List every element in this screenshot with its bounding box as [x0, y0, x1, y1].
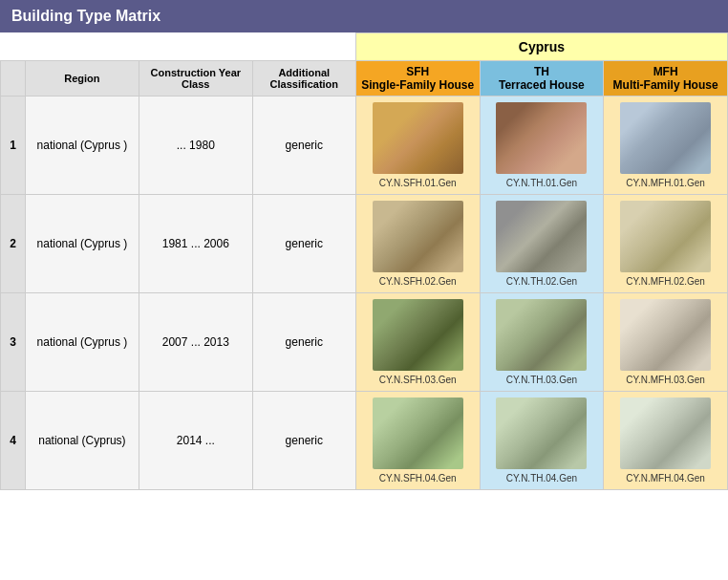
row-number: 4	[1, 392, 26, 490]
region-cell: national (Cyprus )	[25, 195, 139, 293]
th-cell[interactable]: CY.N.TH.04.Gen	[480, 392, 604, 490]
region-header: Region	[25, 61, 139, 97]
row-number: 3	[1, 293, 26, 392]
mfh-code: CY.N.MFH.01.Gen	[608, 178, 723, 188]
sfh-cell[interactable]: CY.N.SFH.02.Gen	[355, 195, 480, 293]
mfh-code: CY.N.MFH.03.Gen	[608, 375, 723, 385]
sfh-code: CY.N.SFH.01.Gen	[360, 178, 476, 188]
th-header: TH Terraced House	[480, 61, 604, 97]
year-cell: 1981 ... 2006	[139, 195, 252, 293]
additional-cell: generic	[252, 97, 355, 195]
year-cell: 2014 ...	[139, 392, 252, 490]
th-cell[interactable]: CY.N.TH.01.Gen	[480, 97, 604, 195]
mfh-code: CY.N.MFH.02.Gen	[608, 276, 723, 287]
row-number: 2	[1, 195, 26, 293]
year-cell: ... 1980	[139, 97, 252, 195]
th-code: CY.N.TH.03.Gen	[484, 375, 600, 385]
additional-cell: generic	[252, 392, 355, 490]
sfh-code: CY.N.SFH.03.Gen	[360, 375, 476, 385]
mfh-cell[interactable]: CY.N.MFH.01.Gen	[604, 97, 728, 195]
additional-header: Additional Classification	[252, 61, 355, 97]
th-code: CY.N.TH.02.Gen	[484, 276, 600, 287]
sfh-image[interactable]	[373, 102, 463, 174]
th-cell[interactable]: CY.N.TH.02.Gen	[480, 195, 604, 293]
sfh-image[interactable]	[373, 397, 463, 469]
th-image[interactable]	[496, 102, 587, 174]
th-image[interactable]	[496, 201, 587, 272]
sfh-image[interactable]	[373, 201, 463, 272]
mfh-cell[interactable]: CY.N.MFH.03.Gen	[604, 293, 728, 392]
sfh-header: SFH Single-Family House	[355, 61, 480, 97]
mfh-image[interactable]	[620, 299, 711, 371]
mfh-image[interactable]	[620, 201, 711, 272]
sfh-cell[interactable]: CY.N.SFH.04.Gen	[355, 392, 480, 490]
th-image[interactable]	[496, 397, 587, 469]
mfh-header: MFH Multi-Family House	[604, 61, 728, 97]
region-cell: national (Cyprus)	[25, 392, 139, 490]
mfh-cell[interactable]: CY.N.MFH.04.Gen	[604, 392, 728, 490]
mfh-code: CY.N.MFH.04.Gen	[608, 473, 723, 483]
th-code: CY.N.TH.04.Gen	[484, 473, 600, 483]
sfh-code: CY.N.SFH.04.Gen	[360, 473, 476, 483]
sfh-code: CY.N.SFH.02.Gen	[360, 276, 476, 287]
year-cell: 2007 ... 2013	[139, 293, 252, 392]
table-row: 4 national (Cyprus) 2014 ... generic CY.…	[1, 392, 728, 490]
sfh-cell[interactable]: CY.N.SFH.01.Gen	[355, 97, 480, 195]
th-cell[interactable]: CY.N.TH.03.Gen	[480, 293, 604, 392]
region-cell: national (Cyprus )	[25, 293, 139, 392]
mfh-cell[interactable]: CY.N.MFH.02.Gen	[604, 195, 728, 293]
table-row: 3 national (Cyprus ) 2007 ... 2013 gener…	[1, 293, 728, 392]
th-code: CY.N.TH.01.Gen	[484, 178, 600, 188]
row-number: 1	[1, 97, 26, 195]
num-header	[1, 61, 26, 97]
mfh-image[interactable]	[620, 102, 711, 174]
additional-cell: generic	[252, 195, 355, 293]
th-image[interactable]	[496, 299, 587, 371]
sfh-image[interactable]	[373, 299, 463, 371]
sfh-cell[interactable]: CY.N.SFH.03.Gen	[355, 293, 480, 392]
table-row: 2 national (Cyprus ) 1981 ... 2006 gener…	[1, 195, 728, 293]
cyprus-header: Cyprus	[355, 33, 727, 61]
page-title: Building Type Matrix	[0, 0, 728, 32]
table-row: 1 national (Cyprus ) ... 1980 generic CY…	[1, 97, 728, 195]
additional-cell: generic	[252, 293, 355, 392]
year-header: Construction Year Class	[139, 61, 252, 97]
region-cell: national (Cyprus )	[25, 97, 139, 195]
mfh-image[interactable]	[620, 397, 711, 469]
